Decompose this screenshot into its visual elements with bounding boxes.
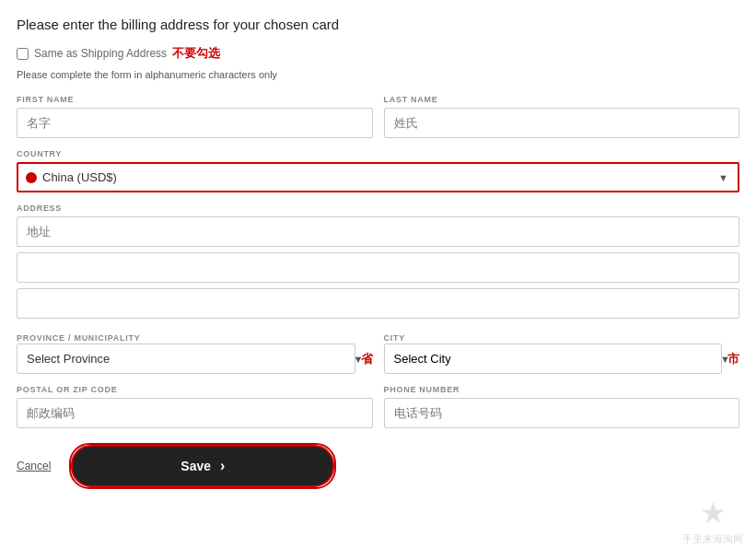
address-line2-input[interactable] [17,252,739,283]
province-label: PROVINCE / MUNICIPALITY [17,333,140,343]
same-as-shipping-label: Same as Shipping Address [34,47,167,60]
watermark-text: 手里来海淘网 [682,532,743,546]
china-flag-dot [26,172,37,183]
country-dropdown-arrow: ▼ [718,172,728,183]
address-line3-input[interactable] [17,288,739,319]
alphanumeric-note: Please complete the form in alphanumeric… [17,69,739,80]
same-as-shipping-checkbox[interactable] [17,48,29,60]
province-select[interactable]: Select Province [17,344,355,374]
no-check-note: 不要勾选 [172,45,220,62]
page-title: Please enter the billing address for you… [17,17,739,32]
phone-label: PHONE NUMBER [384,385,740,394]
country-select[interactable]: China (USD$) ▼ [17,162,739,192]
phone-input[interactable] [384,398,740,428]
city-label: CITY [384,333,405,343]
postal-input[interactable] [17,398,373,428]
province-select-wrapper: Select Province ▼ 省 [17,344,373,374]
last-name-label: LAST NAME [384,95,740,104]
watermark-star-icon: ★ [700,495,727,530]
cancel-button[interactable]: Cancel [17,460,51,472]
save-label: Save [180,459,211,473]
postal-label: POSTAL OR ZIP CODE [17,385,373,394]
first-name-input[interactable] [17,108,373,138]
last-name-input[interactable] [384,108,740,138]
watermark: ★ 手里来海淘网 [682,495,743,546]
country-label: COUNTRY [17,149,739,158]
city-note: 市 [727,351,739,367]
address-label: ADDRESS [17,204,739,213]
first-name-label: FIRST NAME [17,95,373,104]
province-note: 省 [361,351,373,367]
save-arrow-icon: › [220,458,225,474]
city-select[interactable]: Select City [384,344,723,374]
address-line1-input[interactable] [17,216,739,247]
country-value: China (USD$) [42,170,710,184]
save-button[interactable]: Save › [71,445,334,487]
